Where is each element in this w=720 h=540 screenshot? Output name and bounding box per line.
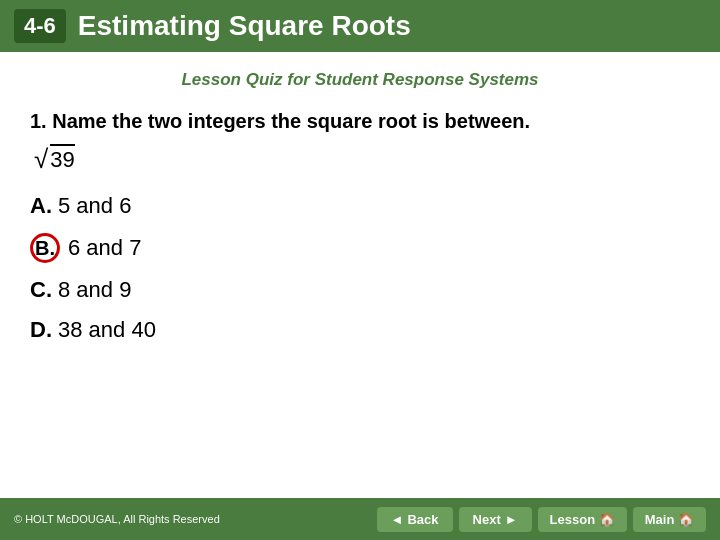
nav-buttons: ◄ Back Next ► Lesson 🏠 Main 🏠: [377, 507, 706, 532]
answer-a-letter: A.: [30, 193, 52, 219]
answer-c: C. 8 and 9: [30, 275, 690, 305]
main-home-icon: 🏠: [678, 512, 694, 527]
back-button[interactable]: ◄ Back: [377, 507, 453, 532]
back-label: Back: [407, 512, 438, 527]
answer-d-text: 38 and 40: [58, 317, 156, 343]
footer: © HOLT McDOUGAL, All Rights Reserved ◄ B…: [0, 498, 720, 540]
answer-a: A. 5 and 6: [30, 191, 690, 221]
lesson-label: Lesson: [550, 512, 596, 527]
lesson-button[interactable]: Lesson 🏠: [538, 507, 627, 532]
main-content: Lesson Quiz for Student Response Systems…: [0, 52, 720, 355]
answer-d: D. 38 and 40: [30, 315, 690, 345]
answer-d-letter: D.: [30, 317, 52, 343]
main-label: Main: [645, 512, 675, 527]
answer-b-letter: B.: [30, 233, 60, 263]
question-text: 1. Name the two integers the square root…: [30, 108, 690, 134]
header-title: Estimating Square Roots: [78, 10, 411, 42]
answers-list: A. 5 and 6 B. 6 and 7 C. 8 and 9 D. 38 a…: [30, 191, 690, 345]
lesson-badge: 4-6: [14, 9, 66, 43]
next-button[interactable]: Next ►: [459, 507, 532, 532]
main-button[interactable]: Main 🏠: [633, 507, 706, 532]
copyright-text: © HOLT McDOUGAL, All Rights Reserved: [14, 513, 220, 525]
sqrt-radicand: 39: [50, 144, 74, 173]
answer-a-text: 5 and 6: [58, 193, 131, 219]
answer-c-text: 8 and 9: [58, 277, 131, 303]
answer-c-letter: C.: [30, 277, 52, 303]
header: 4-6 Estimating Square Roots: [0, 0, 720, 52]
next-arrow-icon: ►: [505, 512, 518, 527]
back-arrow-icon: ◄: [391, 512, 404, 527]
next-label: Next: [473, 512, 501, 527]
answer-b-text: 6 and 7: [68, 235, 141, 261]
math-expression: √39: [30, 144, 690, 173]
answer-b: B. 6 and 7: [30, 231, 690, 265]
lesson-subtitle: Lesson Quiz for Student Response Systems: [30, 70, 690, 90]
sqrt-radical: √: [34, 146, 48, 172]
lesson-home-icon: 🏠: [599, 512, 615, 527]
question-number: 1.: [30, 110, 47, 132]
